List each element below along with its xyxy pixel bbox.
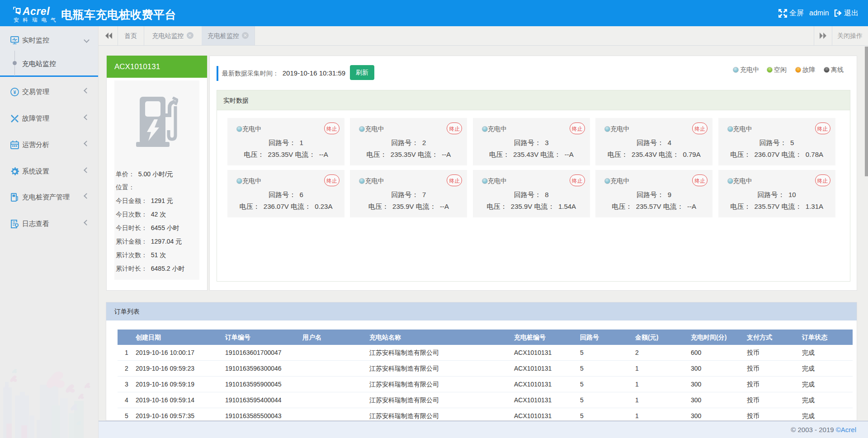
svg-text:¥: ¥: [13, 89, 16, 95]
